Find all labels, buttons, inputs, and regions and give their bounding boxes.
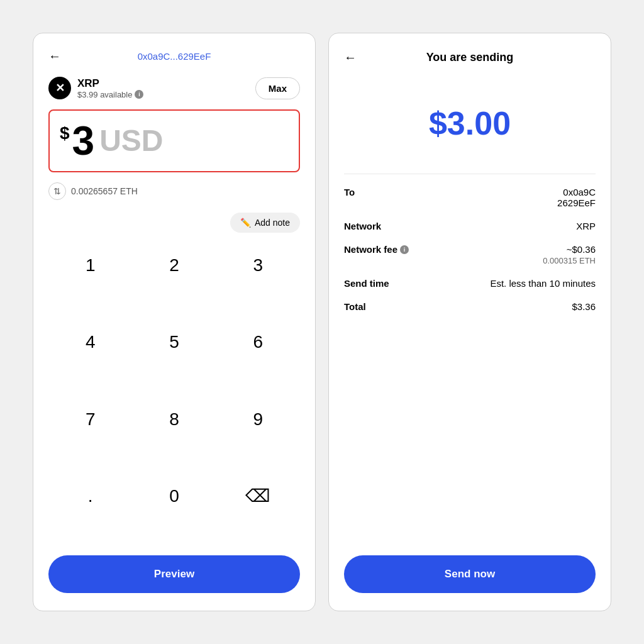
token-info: ✕ XRP $3.99 available i: [48, 77, 143, 99]
network-row: Network XRP: [344, 221, 596, 231]
total-value: $3.36: [572, 301, 596, 312]
key-4[interactable]: 4: [48, 319, 132, 365]
to-address-line1: 0x0a9C: [557, 187, 596, 197]
pencil-icon: ✏️: [240, 218, 251, 228]
network-fee-label-group: Network fee i: [344, 244, 409, 255]
add-note-label: Add note: [255, 218, 290, 228]
token-details: XRP $3.99 available i: [77, 77, 143, 99]
key-9[interactable]: 9: [216, 397, 300, 442]
conversion-text: 0.00265657 ETH: [71, 186, 138, 196]
key-dot[interactable]: .: [48, 474, 132, 519]
conversion-row: ⇅ 0.00265657 ETH: [48, 182, 300, 200]
add-note-row: ✏️ Add note: [48, 213, 300, 233]
available-info-icon[interactable]: i: [135, 90, 143, 99]
key-0[interactable]: 0: [132, 474, 216, 519]
network-fee-sub: 0.000315 ETH: [543, 256, 596, 265]
key-1[interactable]: 1: [48, 243, 132, 288]
xrp-icon-symbol: ✕: [55, 81, 64, 95]
xrp-icon: ✕: [48, 77, 71, 99]
key-2[interactable]: 2: [132, 243, 216, 288]
key-3[interactable]: 3: [216, 243, 300, 288]
right-header-title: You are sending: [426, 51, 514, 64]
numpad: 1 2 3 4 5 6 7 8 9 . 0 ⌫: [48, 243, 300, 550]
preview-button[interactable]: Preview: [48, 555, 300, 593]
to-label: To: [344, 187, 355, 197]
network-label: Network: [344, 221, 381, 231]
network-fee-label: Network fee: [344, 244, 397, 255]
token-name: XRP: [77, 77, 143, 90]
key-5[interactable]: 5: [132, 319, 216, 365]
send-now-button[interactable]: Send now: [344, 555, 596, 593]
swap-icon[interactable]: ⇅: [48, 182, 66, 200]
add-note-button[interactable]: ✏️ Add note: [230, 213, 300, 233]
left-header: ← 0x0a9C...629EeF: [48, 51, 300, 62]
network-fee-value-group: ~$0.36 0.000315 ETH: [543, 244, 596, 265]
total-row: Total $3.36: [344, 301, 596, 312]
to-address-line2: 2629EeF: [557, 197, 596, 208]
key-8[interactable]: 8: [132, 397, 216, 442]
token-available: $3.99 available i: [77, 90, 143, 99]
amount-currency: USD: [99, 126, 163, 156]
send-time-value: Est. less than 10 minutes: [490, 278, 596, 289]
network-fee-row: Network fee i ~$0.36 0.000315 ETH: [344, 244, 596, 265]
network-fee-value: ~$0.36: [543, 244, 596, 255]
to-row: To 0x0a9C 2629EeF: [344, 187, 596, 208]
left-panel: ← 0x0a9C...629EeF ✕ XRP $3.99 available …: [33, 33, 316, 611]
network-value: XRP: [576, 221, 596, 231]
key-backspace[interactable]: ⌫: [216, 474, 300, 519]
amount-value: 3: [72, 121, 95, 161]
total-label: Total: [344, 301, 366, 312]
right-back-arrow[interactable]: ←: [344, 50, 357, 65]
sending-amount: $3.00: [344, 104, 596, 142]
amount-input-box[interactable]: $ 3 USD: [48, 109, 300, 172]
token-row: ✕ XRP $3.99 available i Max: [48, 77, 300, 99]
dollar-sign: $: [60, 123, 70, 143]
to-address: 0x0a9C 2629EeF: [557, 187, 596, 208]
key-6[interactable]: 6: [216, 319, 300, 365]
send-time-row: Send time Est. less than 10 minutes: [344, 278, 596, 289]
key-7[interactable]: 7: [48, 397, 132, 442]
right-header: ← You are sending: [344, 51, 596, 64]
detail-section: To 0x0a9C 2629EeF Network XRP Network fe…: [344, 174, 596, 543]
send-time-label: Send time: [344, 278, 389, 289]
wallet-address: 0x0a9C...629EeF: [138, 51, 211, 62]
right-panel: ← You are sending $3.00 To 0x0a9C 2629Ee…: [328, 33, 611, 611]
max-button[interactable]: Max: [255, 77, 300, 99]
network-fee-info-icon[interactable]: i: [400, 245, 409, 254]
left-back-arrow[interactable]: ←: [48, 49, 61, 64]
